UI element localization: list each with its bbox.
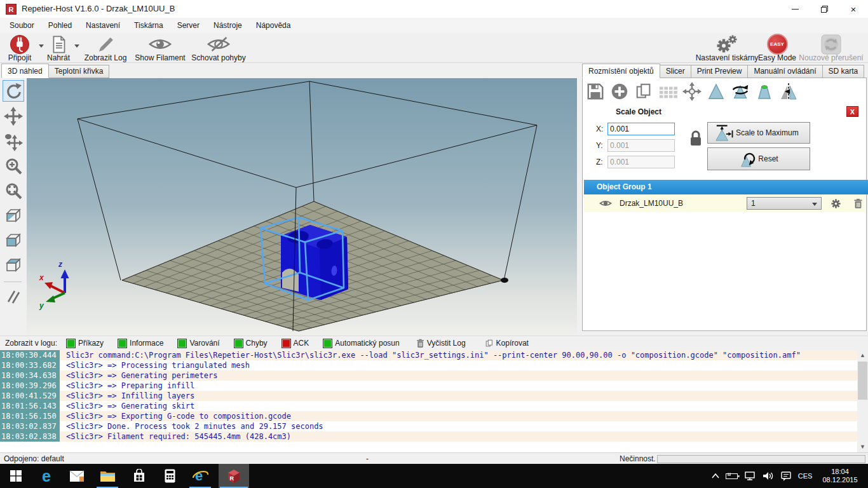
scale-icon: [707, 82, 725, 101]
connect-button[interactable]: Připojit: [1, 34, 38, 62]
object-group-header[interactable]: Object Group 1: [584, 180, 868, 194]
close-button[interactable]: ×: [839, 0, 868, 18]
taskbar-repetier-icon[interactable]: R: [219, 464, 249, 488]
tray-battery-icon[interactable]: [724, 464, 741, 488]
ack-checkbox[interactable]: [281, 339, 291, 348]
filter-commands[interactable]: Příkazy: [66, 339, 104, 348]
isometric-view-button[interactable]: [3, 205, 24, 226]
rotate-view-button[interactable]: [3, 80, 24, 102]
tab-3d-preview[interactable]: 3D náhled: [1, 64, 49, 78]
printer-settings-button[interactable]: Nastavení tiskárny: [690, 34, 764, 62]
autoposition-button[interactable]: [658, 81, 678, 102]
filter-ack[interactable]: ACK: [281, 339, 309, 348]
tray-network-icon[interactable]: [742, 464, 759, 488]
tab-print-preview[interactable]: Print Preview: [691, 65, 749, 78]
tray-chevron-icon[interactable]: [708, 464, 723, 488]
scroll-up-icon[interactable]: ▲: [857, 350, 868, 361]
autoscroll-checkbox[interactable]: [323, 339, 332, 348]
tray-language[interactable]: CES: [796, 464, 815, 488]
log-area: 18:00:30.444Slic3r command:C:\Program Fi…: [0, 350, 868, 452]
scroll-down-icon[interactable]: ▼: [857, 442, 868, 452]
taskbar-mail-icon[interactable]: [62, 464, 92, 488]
scale-close-button[interactable]: X: [846, 106, 858, 117]
filter-errors[interactable]: Chyby: [234, 339, 268, 348]
zoom-in-button[interactable]: [3, 155, 24, 177]
errors-checkbox[interactable]: [234, 339, 243, 348]
scale-x-input[interactable]: [607, 123, 675, 135]
show-log-button[interactable]: Zobrazit Log: [80, 34, 131, 62]
restore-button[interactable]: [810, 0, 839, 18]
move-view-button[interactable]: [3, 105, 24, 127]
hide-moves-button[interactable]: Schovat pohyby: [189, 34, 248, 62]
top-view-button[interactable]: [3, 254, 24, 276]
taskbar-edge-icon[interactable]: e: [32, 464, 61, 488]
parallel-projection-button[interactable]: [3, 285, 24, 307]
show-filament-button[interactable]: Show Filament: [131, 34, 189, 62]
tray-clock[interactable]: 18:04 08.12.2015: [817, 464, 863, 488]
cube-top-icon: [4, 255, 23, 274]
menu-pohled[interactable]: Pohled: [41, 18, 79, 33]
connect-dropdown-caret[interactable]: [39, 44, 44, 48]
add-object-button[interactable]: [609, 81, 630, 102]
scale-reset-button[interactable]: Reset: [707, 147, 810, 170]
object-row[interactable]: Drzak_LM10UU_B 1: [584, 194, 865, 212]
menu-soubor[interactable]: Soubor: [3, 18, 41, 33]
information-checkbox[interactable]: [118, 339, 127, 348]
3d-viewport[interactable]: z x y: [27, 78, 577, 336]
taskbar-store-icon[interactable]: [125, 464, 154, 488]
center-object-button[interactable]: [682, 81, 702, 102]
clear-log-button[interactable]: Vyčistit Log: [416, 339, 466, 348]
save-composition-button[interactable]: [585, 81, 606, 102]
lock-aspect-icon[interactable]: [688, 129, 704, 150]
warnings-checkbox[interactable]: [177, 339, 187, 348]
taskbar-explorer-icon[interactable]: [93, 464, 122, 488]
load-button[interactable]: Nahrát: [44, 34, 72, 62]
easy-mode-button[interactable]: EASY Easy Mode: [757, 34, 797, 62]
filter-information[interactable]: Informace: [118, 339, 163, 348]
tab-temperature-curve[interactable]: Teplotní křivka: [48, 65, 110, 78]
right-panel-tabs: Rozmístění objektů Slicer Print Preview …: [582, 64, 864, 78]
scale-z-input[interactable]: [607, 156, 675, 168]
menu-server[interactable]: Server: [170, 18, 207, 33]
taskbar-calculator-icon[interactable]: [155, 464, 184, 488]
tab-slicer[interactable]: Slicer: [660, 65, 691, 78]
grid-icon: [658, 82, 678, 101]
scrollbar-thumb[interactable]: [858, 362, 867, 400]
menu-nastaveni[interactable]: Nastavení: [79, 18, 127, 33]
tray-volume-icon[interactable]: [760, 464, 776, 488]
front-view-button[interactable]: [3, 229, 24, 251]
copy-log-button[interactable]: Kopírovat: [485, 339, 529, 348]
filter-warnings[interactable]: Varování: [177, 339, 219, 348]
model-drzak[interactable]: [281, 225, 348, 300]
menu-napoveda[interactable]: Nápověda: [249, 18, 298, 33]
minimize-button[interactable]: [780, 0, 810, 18]
copy-object-button[interactable]: [634, 81, 654, 102]
lay-flat-button[interactable]: [754, 81, 775, 102]
tab-manual-control[interactable]: Manuální ovládání: [747, 65, 822, 78]
log-scrollbar[interactable]: ▲ ▼: [857, 350, 868, 452]
bed-corner-dot: [501, 278, 508, 283]
scale-to-maximum-button[interactable]: Scale to Maximum: [707, 122, 810, 144]
object-settings-gear-icon[interactable]: [831, 198, 841, 211]
y-label: Y:: [596, 139, 606, 152]
scale-y-input[interactable]: [607, 139, 675, 152]
zoom-fit-button[interactable]: [3, 180, 24, 201]
rotate-object-button[interactable]: [730, 81, 750, 102]
filter-autoscroll[interactable]: Automatický posun: [323, 339, 399, 348]
load-dropdown-caret[interactable]: [74, 44, 79, 48]
scale-object-button[interactable]: [706, 81, 726, 102]
tab-sd-card[interactable]: SD karta: [822, 65, 865, 78]
move-icon: [4, 107, 23, 126]
taskbar-ie-icon[interactable]: e: [186, 464, 215, 488]
menu-tiskarna[interactable]: Tiskárna: [127, 18, 170, 33]
tray-notifications-icon[interactable]: [778, 464, 794, 488]
mirror-object-button[interactable]: [778, 81, 799, 102]
menu-nastroje[interactable]: Nástroje: [207, 18, 249, 33]
commands-checkbox[interactable]: [66, 339, 76, 348]
object-delete-trash-icon[interactable]: [853, 198, 863, 211]
object-visibility-eye-icon[interactable]: [599, 199, 612, 210]
move-object-button[interactable]: [3, 131, 24, 152]
start-button[interactable]: [1, 464, 31, 488]
tab-object-placement[interactable]: Rozmístění objektů: [582, 64, 660, 78]
copies-dropdown[interactable]: 1: [747, 197, 822, 210]
